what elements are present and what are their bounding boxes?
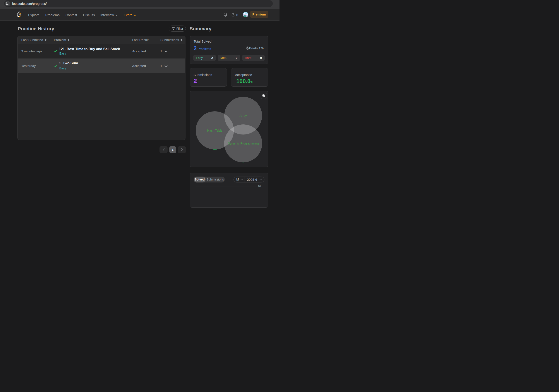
svg-text:Dynamic Programming: Dynamic Programming — [228, 142, 259, 145]
svg-text:Array: Array — [240, 114, 247, 117]
svg-text:Hash Table: Hash Table — [207, 129, 223, 132]
